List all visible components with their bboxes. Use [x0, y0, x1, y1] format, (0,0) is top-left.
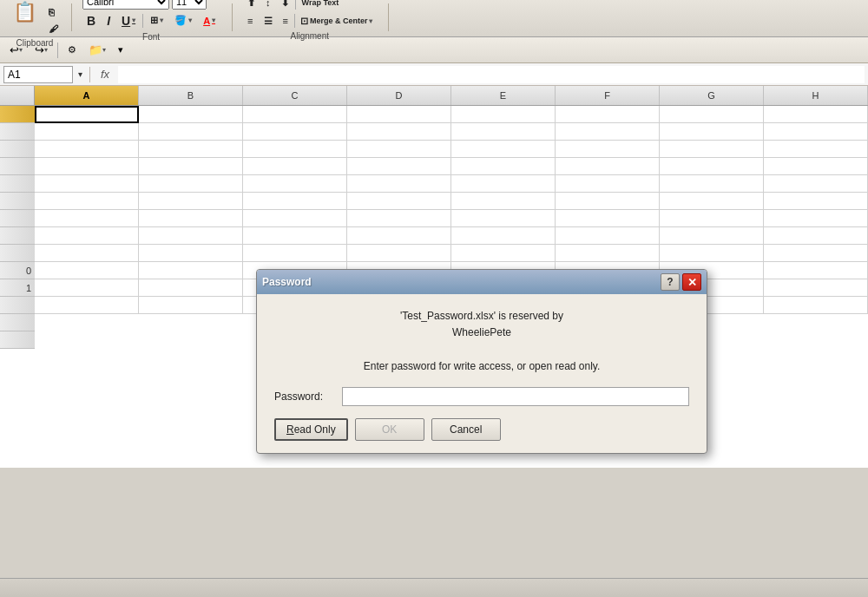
row-header-10[interactable]: 0 [0, 262, 35, 279]
cell-e1[interactable] [451, 106, 556, 123]
cell-c6[interactable] [243, 193, 347, 210]
open-folder-button[interactable]: 📁 ▾ [84, 41, 110, 59]
cell-b1[interactable] [139, 106, 243, 123]
format-painter-button[interactable]: 🖌 [44, 21, 62, 36]
redo-button[interactable]: ↪ ▾ [30, 41, 52, 59]
row-header-7[interactable] [0, 210, 35, 227]
cell-e6[interactable] [451, 193, 556, 210]
cell-g6[interactable] [660, 193, 764, 210]
cell-h6[interactable] [764, 193, 868, 210]
cell-f7[interactable] [556, 210, 660, 227]
cell-e7[interactable] [451, 210, 556, 227]
cell-e4[interactable] [451, 158, 556, 175]
row-header-2[interactable] [0, 123, 35, 141]
col-header-e[interactable]: E [451, 86, 556, 105]
cell-c4[interactable] [243, 158, 347, 175]
cell-e2[interactable] [451, 123, 556, 141]
cell-g4[interactable] [660, 158, 764, 175]
cell-b5[interactable] [139, 175, 243, 193]
quick-access-button[interactable]: ▾ [114, 42, 128, 58]
cell-f2[interactable] [556, 123, 660, 141]
cell-g8[interactable] [660, 227, 764, 245]
align-bottom-button[interactable]: ⬇ [277, 0, 293, 11]
cell-b9[interactable] [139, 245, 243, 262]
dialog-help-button[interactable]: ? [661, 273, 680, 291]
dialog-close-button[interactable]: ✕ [682, 273, 701, 291]
cell-b6[interactable] [139, 193, 243, 210]
font-family-select[interactable]: Calibri [82, 0, 169, 10]
align-left-button[interactable]: ≡ [243, 13, 257, 29]
underline-button[interactable]: U ▾ [117, 11, 140, 30]
cell-f8[interactable] [556, 227, 660, 245]
cell-b11[interactable] [139, 279, 243, 297]
cell-a1[interactable] [35, 106, 139, 123]
cell-f3[interactable] [556, 141, 660, 158]
col-header-a[interactable]: A [35, 86, 139, 105]
cell-c8[interactable] [243, 227, 347, 245]
cell-c5[interactable] [243, 175, 347, 193]
password-input[interactable] [342, 387, 689, 406]
cell-reference-box[interactable]: A1 [3, 66, 73, 83]
cell-c3[interactable] [243, 141, 347, 158]
cell-f5[interactable] [556, 175, 660, 193]
cell-a5[interactable] [35, 175, 139, 193]
paste-button[interactable]: 📋 [7, 0, 43, 24]
cell-b3[interactable] [139, 141, 243, 158]
cell-b7[interactable] [139, 210, 243, 227]
cell-d9[interactable] [347, 245, 451, 262]
cell-a7[interactable] [35, 210, 139, 227]
corner-cell[interactable] [0, 86, 35, 105]
cell-d1[interactable] [347, 106, 451, 123]
cell-g7[interactable] [660, 210, 764, 227]
copy-button[interactable]: ⎘ [44, 4, 62, 20]
cell-h8[interactable] [764, 227, 868, 245]
cell-d4[interactable] [347, 158, 451, 175]
cell-f4[interactable] [556, 158, 660, 175]
cell-h5[interactable] [764, 175, 868, 193]
cell-g2[interactable] [660, 123, 764, 141]
cell-ref-dropdown[interactable]: ▾ [76, 69, 84, 79]
align-top-button[interactable]: ⬆ [243, 0, 260, 11]
cell-h12[interactable] [764, 297, 868, 314]
row-header-8[interactable] [0, 227, 35, 245]
wrap-text-button[interactable]: Wrap Text [298, 0, 344, 10]
cell-c1[interactable] [243, 106, 347, 123]
cell-b12[interactable] [139, 297, 243, 314]
cell-d2[interactable] [347, 123, 451, 141]
cell-f6[interactable] [556, 193, 660, 210]
cell-a2[interactable] [35, 123, 139, 141]
cell-a11[interactable] [35, 279, 139, 297]
cell-d3[interactable] [347, 141, 451, 158]
row-header-11[interactable]: 1 [0, 279, 35, 297]
cell-h4[interactable] [764, 158, 868, 175]
row-header-12[interactable] [0, 297, 35, 314]
cell-d8[interactable] [347, 227, 451, 245]
cell-h9[interactable] [764, 245, 868, 262]
col-header-b[interactable]: B [139, 86, 243, 105]
col-header-g[interactable]: G [660, 86, 764, 105]
formula-input[interactable] [118, 66, 865, 83]
col-header-h[interactable]: H [764, 86, 868, 105]
row-header-4[interactable] [0, 158, 35, 175]
row-header-6[interactable] [0, 193, 35, 210]
col-header-f[interactable]: F [556, 86, 660, 105]
cell-a6[interactable] [35, 193, 139, 210]
merge-center-button[interactable]: ⊡ Merge & Center ▾ [297, 15, 377, 28]
undo-button[interactable]: ↩ ▾ [5, 41, 27, 59]
cell-e9[interactable] [451, 245, 556, 262]
cell-h11[interactable] [764, 279, 868, 297]
cell-a8[interactable] [35, 227, 139, 245]
cell-a3[interactable] [35, 141, 139, 158]
cell-h2[interactable] [764, 123, 868, 141]
cell-b4[interactable] [139, 158, 243, 175]
row-header-14[interactable] [0, 331, 35, 349]
cell-h10[interactable] [764, 262, 868, 279]
col-header-c[interactable]: C [243, 86, 347, 105]
cell-f9[interactable] [556, 245, 660, 262]
italic-button[interactable]: I [102, 11, 115, 30]
cell-a4[interactable] [35, 158, 139, 175]
ok-button[interactable]: OK [355, 418, 424, 441]
cell-b2[interactable] [139, 123, 243, 141]
cell-g3[interactable] [660, 141, 764, 158]
cell-g5[interactable] [660, 175, 764, 193]
